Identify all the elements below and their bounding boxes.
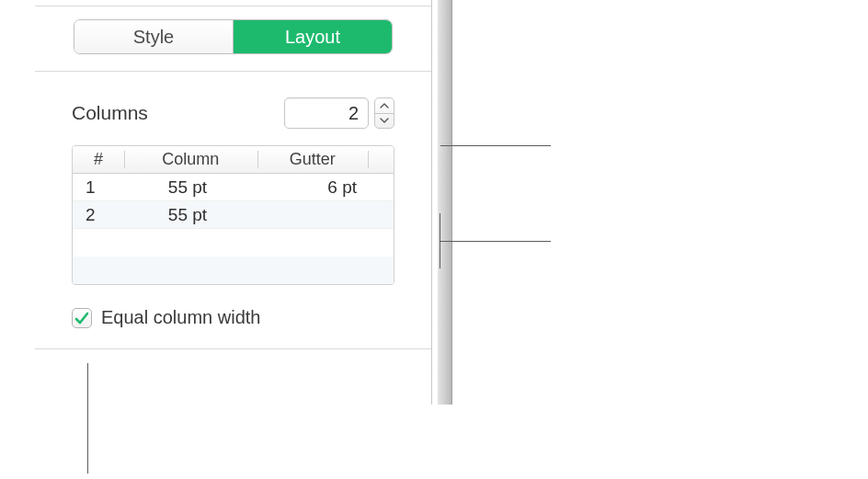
header-column[interactable]: Column	[124, 146, 257, 173]
chevron-up-icon	[380, 103, 389, 108]
equal-width-label: Equal column width	[101, 307, 260, 328]
chevron-down-icon	[380, 118, 389, 123]
cell-num: 1	[73, 174, 124, 200]
header-num[interactable]: #	[73, 146, 124, 173]
table-row-empty	[73, 229, 394, 257]
table-header: # Column Gutter	[73, 146, 394, 174]
columns-row: Columns	[72, 97, 394, 129]
stepper	[374, 97, 394, 129]
equal-width-checkbox[interactable]	[72, 308, 92, 328]
cell-gutter[interactable]	[251, 201, 368, 228]
cell-gutter[interactable]: 6 pt	[251, 174, 368, 200]
header-gutter[interactable]: Gutter	[257, 146, 368, 173]
panel-edge	[438, 0, 452, 405]
columns-input[interactable]	[284, 97, 369, 129]
callout-leader	[440, 145, 551, 146]
callout-leader	[440, 213, 440, 268]
table-row[interactable]: 2 55 pt	[73, 201, 394, 229]
columns-stepper	[284, 97, 394, 129]
table-row[interactable]: 1 55 pt 6 pt	[73, 174, 394, 201]
callout-leader	[87, 363, 88, 473]
tab-style[interactable]: Style	[74, 20, 233, 53]
equal-width-row: Equal column width	[72, 307, 394, 328]
divider	[35, 348, 431, 349]
cell-num: 2	[73, 201, 124, 228]
layout-panel: Style Layout Columns # Column Gutter	[35, 0, 432, 405]
divider	[35, 6, 431, 6]
stepper-down-button[interactable]	[375, 113, 394, 129]
callout-leader	[440, 241, 551, 242]
segmented-control: Style Layout	[74, 19, 393, 54]
table-body: 1 55 pt 6 pt 2 55 pt	[73, 174, 394, 284]
cell-column[interactable]: 55 pt	[124, 201, 251, 228]
divider	[35, 71, 431, 72]
table-row-empty	[73, 257, 394, 284]
cell-column[interactable]: 55 pt	[124, 174, 251, 200]
columns-table: # Column Gutter 1 55 pt 6 pt 2 55 pt	[72, 145, 394, 285]
tab-layout[interactable]: Layout	[233, 20, 392, 53]
checkmark-icon	[74, 311, 89, 325]
columns-label: Columns	[72, 102, 148, 124]
header-end	[368, 146, 394, 173]
stepper-up-button[interactable]	[375, 98, 394, 113]
